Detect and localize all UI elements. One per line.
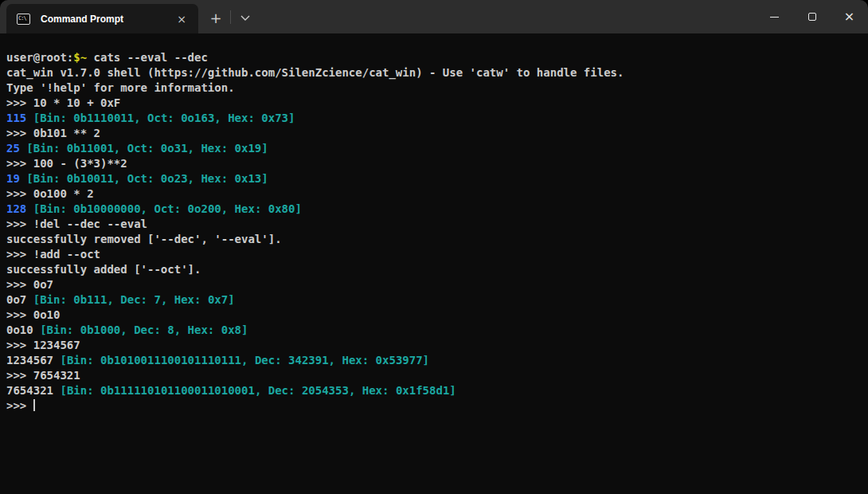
maximize-button[interactable] <box>793 0 831 33</box>
maximize-icon <box>808 13 816 21</box>
terminal-line: >>> 1234567 <box>6 338 862 353</box>
tab-title: Command Prompt <box>41 14 173 25</box>
terminal-line: user@root:$~ cats --eval --dec <box>6 50 862 65</box>
terminal-line: successfully removed ['--dec', '--eval']… <box>6 232 862 247</box>
terminal-line: 0o10 [Bin: 0b1000, Dec: 8, Hex: 0x8] <box>6 323 862 338</box>
terminal-line: 115 [Bin: 0b1110011, Oct: 0o163, Hex: 0x… <box>6 111 862 126</box>
terminal-cursor <box>33 399 35 411</box>
terminal-line: cat_win v1.7.0 shell (https://github.com… <box>6 65 862 80</box>
terminal-line: >>> !del --dec --eval <box>6 217 862 232</box>
terminal-window: C:\ Command Prompt × + × user@root:$~ ca… <box>0 0 868 494</box>
terminal-line: >>> 7654321 <box>6 368 862 383</box>
terminal-line: 0o7 [Bin: 0b111, Dec: 7, Hex: 0x7] <box>6 292 862 308</box>
chevron-down-icon <box>240 15 250 21</box>
terminal-line: Type '!help' for more information. <box>6 80 862 96</box>
close-button[interactable]: × <box>831 0 868 33</box>
tab-close-icon[interactable]: × <box>173 10 190 28</box>
terminal-line: >>> !add --oct <box>6 247 862 262</box>
tab-dropdown-button[interactable] <box>233 6 257 29</box>
minimize-button[interactable] <box>756 0 793 33</box>
terminal-line: >>> 0o100 * 2 <box>6 186 862 202</box>
terminal-line: 25 [Bin: 0b11001, Oct: 0o31, Hex: 0x19] <box>6 141 862 156</box>
terminal-line: 7654321 [Bin: 0b111110101100011010001, D… <box>6 383 862 398</box>
terminal-line: >>> 10 * 10 + 0xF <box>6 96 862 111</box>
tab-command-prompt[interactable]: C:\ Command Prompt × <box>6 4 198 33</box>
command-prompt-icon-label: C:\ <box>18 14 26 23</box>
terminal-line: 1234567 [Bin: 0b1010011100101110111, Dec… <box>6 353 862 368</box>
window-controls: × <box>756 0 868 33</box>
terminal-line: >>> 0o10 <box>6 308 862 323</box>
terminal-line: >>> 100 - (3*3)**2 <box>6 156 862 171</box>
minimize-icon <box>770 17 779 18</box>
terminal-output[interactable]: user@root:$~ cats --eval --deccat_win v1… <box>0 33 868 494</box>
terminal-line: >>> 0b101 ** 2 <box>6 126 862 141</box>
terminal-line: >>> <box>6 398 862 414</box>
tabbar-separator <box>230 10 231 24</box>
terminal-line: 128 [Bin: 0b10000000, Oct: 0o200, Hex: 0… <box>6 202 862 217</box>
titlebar[interactable]: C:\ Command Prompt × + × <box>0 0 868 33</box>
terminal-line: successfully added ['--oct']. <box>6 262 862 277</box>
command-prompt-icon: C:\ <box>17 14 30 25</box>
new-tab-button[interactable]: + <box>204 6 228 29</box>
terminal-line: 19 [Bin: 0b10011, Oct: 0o23, Hex: 0x13] <box>6 171 862 186</box>
terminal-line: >>> 0o7 <box>6 277 862 292</box>
